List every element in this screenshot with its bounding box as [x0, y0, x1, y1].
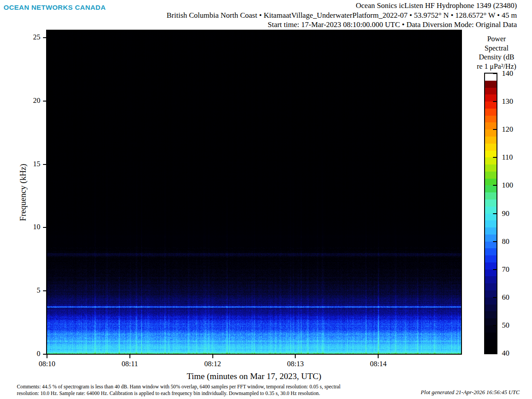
colorbar-tick-mark [493, 101, 497, 102]
y-tick-mark [43, 227, 46, 228]
colorbar-tick-mark [493, 73, 497, 74]
x-tick-mark [212, 355, 213, 358]
colorbar-ticks: 405060708090100110120130140 [484, 73, 532, 354]
x-tick-label: 08:12 [204, 360, 221, 368]
y-tick-mark [43, 354, 46, 355]
plot-generated-timestamp: Plot generated 21-Apr-2026 16:56:45 UTC [421, 389, 520, 396]
colorbar-tick-label: 80 [502, 237, 509, 246]
header-location-line: British Columbia North Coast • KitamaatV… [167, 11, 517, 20]
colorbar-tick-label: 110 [502, 153, 513, 162]
colorbar-tick-mark [493, 297, 497, 298]
colorbar-title-line: re 1 μPa²/Hz) [463, 62, 530, 71]
header-device-line: Ocean Sonics icListen HF Hydrophone 1349… [167, 1, 517, 11]
x-tick-label: 08:11 [121, 360, 138, 368]
y-tick-label: 5 [37, 286, 40, 295]
y-tick-mark [43, 290, 46, 291]
x-tick-mark [47, 355, 47, 358]
colorbar-title: PowerSpectralDensity (dBre 1 μPa²/Hz) [463, 35, 530, 71]
y-tick-label: 0 [37, 349, 40, 358]
colorbar-tick-mark [493, 241, 497, 242]
colorbar-tick-label: 50 [502, 321, 509, 329]
x-tick-label: 08:13 [287, 360, 304, 368]
colorbar-tick-label: 70 [502, 265, 509, 274]
colorbar-tick-mark [493, 185, 497, 186]
comments-line-2: resolution: 10.0 Hz. Sample rate: 64000 … [17, 391, 398, 397]
comments-block: Comments: 44.5 % of spectrogram is less … [17, 384, 398, 397]
y-tick-mark [43, 164, 46, 165]
y-tick-label: 10 [33, 223, 41, 231]
colorbar-title-line: Spectral [463, 44, 530, 53]
ocean-networks-canada-logo: OCEAN NETWORKS CANADA [4, 4, 106, 12]
header-start-time-line: Start time: 17-Mar-2023 08:10:00.000 UTC… [167, 20, 517, 30]
comments-line-1: Comments: 44.5 % of spectrogram is less … [17, 384, 398, 391]
y-tick-mark [43, 101, 46, 102]
y-tick-label: 25 [33, 33, 41, 42]
colorbar-tick-label: 90 [502, 209, 509, 218]
colorbar-tick-mark [493, 129, 497, 130]
x-axis-title: Time (minutes on Mar 17, 2023, UTC) [187, 372, 321, 381]
colorbar-title-line: Power [463, 35, 530, 44]
x-tick-mark [295, 355, 296, 358]
colorbar-tick-mark [493, 213, 497, 214]
colorbar-tick-label: 40 [502, 349, 509, 358]
x-tick-label: 08:14 [370, 360, 387, 368]
y-axis-title: Frequency (kHz) [18, 164, 28, 221]
x-tick-mark [129, 355, 130, 358]
colorbar-tick-label: 100 [502, 181, 513, 190]
plot-header: Ocean Sonics icListen HF Hydrophone 1349… [167, 1, 517, 30]
colorbar-tick-label: 60 [502, 293, 509, 301]
colorbar-tick-mark [493, 325, 497, 326]
colorbar-tick-mark [493, 157, 497, 158]
spectrogram-plot-area [46, 30, 462, 355]
y-tick-mark [43, 37, 46, 38]
x-tick-label: 08:10 [39, 360, 55, 368]
colorbar-title-line: Density (dB [463, 53, 530, 62]
colorbar-tick-mark [493, 269, 497, 270]
colorbar-tick-label: 120 [502, 125, 513, 134]
x-tick-mark [378, 355, 379, 358]
colorbar-tick-mark [493, 353, 497, 354]
colorbar-tick-label: 130 [502, 97, 513, 106]
spectrogram-canvas [47, 31, 461, 354]
y-tick-label: 20 [33, 96, 41, 105]
y-tick-label: 15 [33, 160, 41, 168]
